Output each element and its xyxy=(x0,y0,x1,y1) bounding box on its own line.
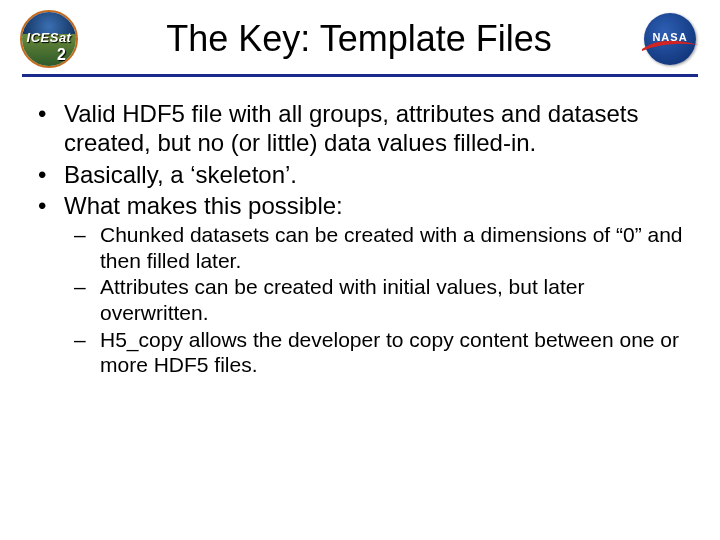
nasa-logo-text: NASA xyxy=(640,31,700,43)
icesat-logo: ICESat 2 xyxy=(20,10,78,68)
nasa-logo: NASA xyxy=(640,13,700,65)
slide-header: ICESat 2 The Key: Template Files NASA xyxy=(0,0,720,68)
title-wrap: The Key: Template Files xyxy=(78,19,640,59)
bullet-list: Valid HDF5 file with all groups, attribu… xyxy=(32,99,688,378)
icesat-logo-sub: 2 xyxy=(57,46,66,64)
list-item: What makes this possible: Chunked datase… xyxy=(58,191,688,378)
slide-body: Valid HDF5 file with all groups, attribu… xyxy=(0,77,720,378)
list-item: Chunked datasets can be created with a d… xyxy=(94,222,688,273)
icesat-logo-text: ICESat xyxy=(22,30,76,45)
list-item: Basically, a ‘skeleton’. xyxy=(58,160,688,189)
list-item: H5_copy allows the developer to copy con… xyxy=(94,327,688,378)
list-item: Valid HDF5 file with all groups, attribu… xyxy=(58,99,688,158)
slide-title: The Key: Template Files xyxy=(88,19,630,59)
sub-bullet-list: Chunked datasets can be created with a d… xyxy=(64,222,688,378)
list-item-text: What makes this possible: xyxy=(64,192,343,219)
list-item: Attributes can be created with initial v… xyxy=(94,274,688,325)
